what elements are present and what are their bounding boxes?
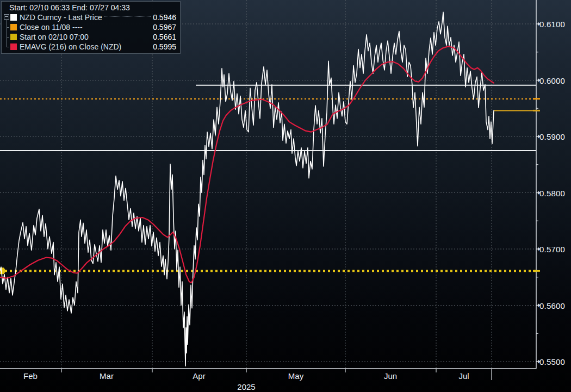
month-label: Mar xyxy=(100,371,114,381)
month-label: Jul xyxy=(458,371,469,381)
month-label: May xyxy=(288,371,303,381)
close-line-swatch xyxy=(10,24,17,30)
legend-item-start[interactable]: Start on 02/10 07:00 0.5661 xyxy=(3,32,176,42)
y-axis-tick-label: 0.5700 xyxy=(539,245,565,254)
tree-branch-end-icon xyxy=(3,42,10,52)
emavg-swatch xyxy=(10,43,17,50)
month-label: Jun xyxy=(384,371,397,381)
month-label: Apr xyxy=(193,371,205,381)
last-price-swatch xyxy=(10,14,17,21)
month-label: Feb xyxy=(23,371,38,381)
legend-box: Start: 02/10 06:33 End: 07/27 04:33 NZD … xyxy=(1,1,181,54)
axis-price-marker xyxy=(533,270,540,272)
ema-line xyxy=(0,46,494,283)
start-line-swatch xyxy=(10,34,17,40)
dotted-leader xyxy=(104,16,151,17)
legend-item-emavg[interactable]: EMAVG (216) on Close (NZD) 0.5995 xyxy=(3,42,176,52)
legend-item-last-price[interactable]: NZD Curncy - Last Price 0.5946 xyxy=(3,13,176,22)
legend-date-range: Start: 02/10 06:33 End: 07/27 04:33 xyxy=(3,3,176,13)
y-axis-tick-label: 0.5900 xyxy=(539,132,565,141)
legend-label: NZD Curncy - Last Price xyxy=(20,13,102,22)
legend-label: Start on 02/10 07:00 xyxy=(20,32,89,42)
y-axis-tick-label: 0.5500 xyxy=(539,357,565,366)
collapse-toggle-icon[interactable] xyxy=(4,14,9,20)
legend-label: Close on 11/08 ---- xyxy=(20,22,83,32)
year-label: 2025 xyxy=(237,382,255,391)
legend-value: 0.5995 xyxy=(153,42,176,52)
y-axis-tick-label: 0.5600 xyxy=(539,301,565,310)
price-chart-canvas xyxy=(0,0,571,392)
legend-value: 0.5967 xyxy=(153,22,176,32)
legend-value: 0.5661 xyxy=(153,32,176,42)
y-axis-tick-label: 0.6100 xyxy=(539,20,565,29)
axis-price-marker xyxy=(533,110,540,111)
price-line xyxy=(0,12,494,366)
axis-price-marker xyxy=(533,98,540,99)
legend-label: EMAVG (216) on Close (NZD) xyxy=(20,42,121,52)
y-axis-tick-label: 0.5800 xyxy=(539,188,565,197)
legend-item-close[interactable]: Close on 11/08 ---- 0.5967 xyxy=(3,22,176,32)
legend-value: 0.5946 xyxy=(153,13,176,22)
y-axis-tick-label: 0.6000 xyxy=(539,76,565,85)
bloomberg-chart-window: 0.61000.60000.59000.58000.57000.56000.55… xyxy=(0,0,571,392)
